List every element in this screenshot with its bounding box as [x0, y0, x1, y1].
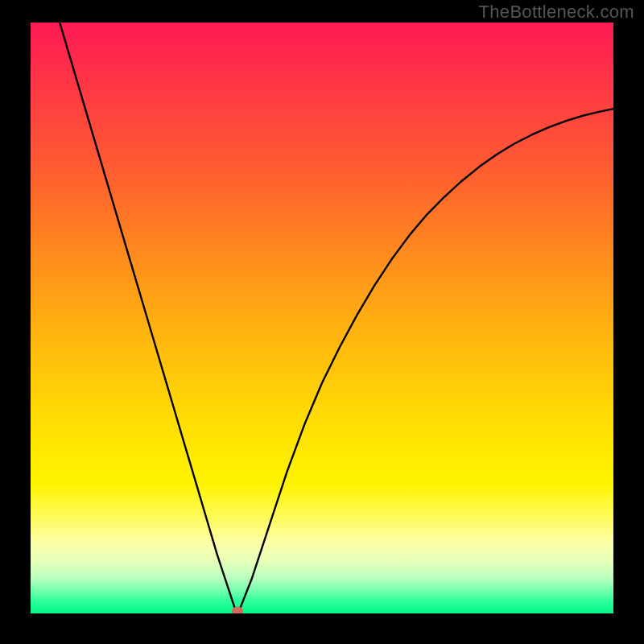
bottleneck-curve — [60, 23, 613, 611]
curve-svg — [31, 23, 613, 613]
plot-area — [31, 23, 613, 613]
watermark-text: TheBottleneck.com — [479, 2, 634, 23]
chart-frame: TheBottleneck.com — [0, 0, 644, 644]
minimum-marker — [232, 607, 243, 613]
